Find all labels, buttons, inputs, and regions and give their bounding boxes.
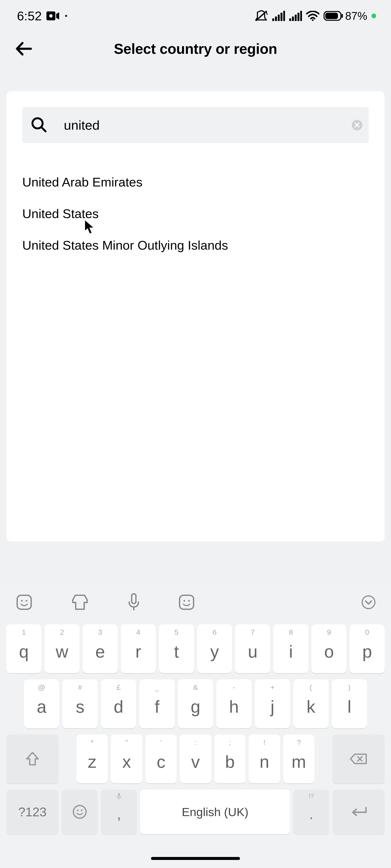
status-time: 6:52 — [17, 9, 42, 23]
mic-icon[interactable] — [127, 593, 140, 612]
svg-point-28 — [188, 600, 190, 601]
keyboard-row-4: ?123 , English (UK) !?. — [6, 789, 385, 834]
search-box[interactable] — [22, 107, 369, 143]
emoji-icon[interactable] — [178, 594, 195, 611]
svg-rect-4 — [275, 17, 277, 21]
key-w[interactable]: 2w — [44, 624, 80, 673]
svg-rect-10 — [295, 14, 297, 21]
keyboard-row-3: *z "x 'c :v ;b !n ?m — [6, 735, 385, 783]
screen-record-icon — [47, 11, 59, 20]
enter-key[interactable] — [332, 789, 385, 834]
svg-point-23 — [26, 600, 27, 601]
svg-line-18 — [41, 127, 46, 131]
theme-icon[interactable] — [70, 594, 89, 611]
status-left: 6:52 — [17, 9, 67, 23]
svg-rect-5 — [278, 14, 280, 21]
status-right: 87% — [255, 9, 376, 22]
country-item-us-outlying[interactable]: United States Minor Outlying Islands — [22, 229, 369, 261]
key-m[interactable]: ?m — [283, 735, 314, 783]
key-k[interactable]: (k — [293, 679, 328, 728]
signal-icon — [272, 11, 285, 21]
page-title: Select country or region — [114, 40, 277, 57]
mic-small-icon — [116, 793, 121, 801]
key-v[interactable]: :v — [180, 735, 211, 783]
svg-rect-15 — [325, 13, 338, 19]
country-item-uae[interactable]: United Arab Emirates — [22, 166, 369, 198]
key-r[interactable]: 4r — [121, 624, 156, 673]
key-f[interactable]: _f — [139, 679, 175, 728]
sticker-icon[interactable] — [16, 594, 32, 611]
key-n[interactable]: !n — [249, 735, 280, 783]
svg-rect-35 — [118, 793, 120, 797]
clear-search-button[interactable] — [352, 120, 362, 130]
key-o[interactable]: 9o — [311, 624, 347, 673]
wifi-icon — [306, 11, 319, 21]
svg-point-32 — [73, 805, 86, 818]
page-header: Select country or region — [0, 32, 391, 66]
svg-point-13 — [312, 19, 313, 21]
search-icon — [31, 117, 47, 133]
numbers-key[interactable]: ?123 — [6, 789, 59, 834]
svg-point-34 — [81, 809, 83, 811]
svg-rect-16 — [341, 14, 343, 18]
back-button[interactable] — [13, 38, 34, 59]
vibrate-icon — [255, 10, 268, 22]
svg-rect-6 — [280, 13, 282, 21]
battery-percent: 87% — [345, 9, 367, 22]
status-bar: 6:52 87% — [0, 0, 391, 32]
collapse-keyboard-icon[interactable] — [361, 595, 376, 610]
svg-rect-12 — [300, 11, 302, 21]
comma-key[interactable]: , — [101, 789, 137, 834]
svg-rect-7 — [283, 11, 285, 21]
camera-active-dot-icon — [371, 13, 376, 18]
key-x[interactable]: "x — [111, 735, 142, 783]
key-i[interactable]: 8i — [273, 624, 308, 673]
svg-point-22 — [21, 600, 23, 601]
emoji-key[interactable] — [62, 789, 98, 834]
content-card: United Arab Emirates United States Unite… — [6, 91, 385, 541]
key-u[interactable]: 7u — [235, 624, 270, 673]
status-dot-icon — [65, 15, 67, 17]
shift-key[interactable] — [6, 735, 59, 783]
key-s[interactable]: #s — [62, 679, 97, 728]
svg-rect-3 — [272, 19, 274, 21]
nav-handle-icon — [151, 857, 240, 860]
key-z[interactable]: *z — [77, 735, 108, 783]
backspace-key[interactable] — [332, 735, 385, 783]
key-p[interactable]: 0p — [350, 624, 385, 673]
svg-point-27 — [183, 600, 185, 601]
svg-rect-8 — [289, 19, 291, 21]
svg-rect-26 — [180, 595, 193, 609]
key-d[interactable]: £d — [101, 679, 136, 728]
key-q[interactable]: 1q — [6, 624, 41, 673]
gesture-nav-bar[interactable] — [0, 849, 391, 868]
key-j[interactable]: +j — [255, 679, 290, 728]
country-item-us[interactable]: United States — [22, 198, 369, 229]
country-list: United Arab Emirates United States Unite… — [22, 166, 369, 261]
keyboard-row-2: @a #s £d _f &g -h +j (k )l — [6, 679, 385, 728]
key-h[interactable]: -h — [216, 679, 251, 728]
on-screen-keyboard: 1q 2w 3e 4r 5t 6y 7u 8i 9o 0p @a #s £d _… — [0, 583, 391, 868]
signal-icon-2 — [289, 11, 302, 21]
key-e[interactable]: 3e — [83, 624, 118, 673]
key-y[interactable]: 6y — [197, 624, 232, 673]
keyboard-toolbar — [0, 583, 391, 620]
key-b[interactable]: ;b — [214, 735, 245, 783]
key-a[interactable]: @a — [24, 679, 59, 728]
svg-rect-24 — [132, 594, 136, 603]
svg-point-29 — [362, 596, 375, 609]
keyboard-row-1: 1q 2w 3e 4r 5t 6y 7u 8i 9o 0p — [6, 624, 385, 673]
key-c[interactable]: 'c — [146, 735, 177, 783]
svg-rect-21 — [17, 595, 31, 609]
search-input[interactable] — [64, 118, 360, 133]
svg-point-33 — [77, 809, 79, 811]
key-l[interactable]: )l — [332, 679, 367, 728]
space-key[interactable]: English (UK) — [140, 789, 290, 834]
key-g[interactable]: &g — [178, 679, 213, 728]
svg-rect-11 — [298, 13, 299, 21]
svg-rect-9 — [292, 17, 294, 21]
period-key[interactable]: !?. — [293, 789, 329, 834]
battery-indicator: 87% — [324, 9, 367, 22]
key-t[interactable]: 5t — [159, 624, 194, 673]
svg-point-1 — [49, 14, 53, 18]
